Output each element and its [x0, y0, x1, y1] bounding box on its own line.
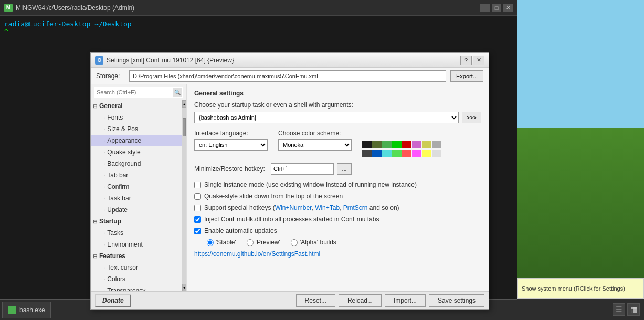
- color-scheme-label: Choose color scheme:: [278, 130, 352, 137]
- dialog-title: Settings [xml] ConEmu 191012 [64] {Previ…: [107, 57, 460, 64]
- sidebar-item-background[interactable]: Background: [91, 158, 182, 169]
- sidebar-item-text-cursor[interactable]: Text cursor: [91, 262, 182, 273]
- sidebar-item-colors[interactable]: Colors: [91, 273, 182, 285]
- scroll-thumb[interactable]: [183, 118, 186, 136]
- terminal-minimize-button[interactable]: ─: [480, 4, 490, 12]
- sidebar-scrollbar[interactable]: ▲ ▼: [182, 100, 186, 291]
- grid-view-icon[interactable]: ▦: [627, 303, 640, 316]
- swatch-15[interactable]: [422, 150, 431, 157]
- dialog-body: 🔍 ⊟ General Fonts Size & Pos Appearance …: [91, 84, 489, 291]
- sidebar-item-tab-bar[interactable]: Tab bar: [91, 169, 182, 181]
- quake-style-checkbox[interactable]: [194, 193, 201, 200]
- interface-lang-label: Interface language:: [194, 130, 268, 137]
- export-button[interactable]: Export...: [450, 70, 483, 82]
- inject-dll-checkbox[interactable]: [194, 216, 201, 223]
- swatch-10[interactable]: [372, 150, 382, 157]
- swatch-1[interactable]: [362, 141, 372, 148]
- hotkey-highlight-1: Win+Number: [275, 204, 312, 211]
- sidebar-item-update[interactable]: Update: [91, 204, 182, 216]
- interface-lang-group: Interface language: en: English: [194, 130, 268, 151]
- sidebar-item-features[interactable]: ⊟ Features: [91, 250, 182, 262]
- expand-icon-features: ⊟: [93, 253, 97, 259]
- terminal-prompt: radia@Lucifer-Desktop ~/Desktop: [4, 20, 132, 28]
- taskbar-bash-label: bash.exe: [19, 306, 45, 314]
- swatch-12[interactable]: [392, 150, 402, 157]
- swatch-16[interactable]: [432, 150, 441, 157]
- sidebar-item-fonts[interactable]: Fonts: [91, 112, 182, 123]
- swatch-6[interactable]: [412, 141, 421, 148]
- terminal-title: MINGW64:/c/Users/radia/Desktop (Admin): [16, 4, 480, 12]
- radio-preview-label: 'Preview': [256, 239, 280, 246]
- terminal-controls: ─ □ ✕: [480, 4, 513, 12]
- checkbox-quake-style-row: Quake-style slide down from the top of t…: [194, 193, 481, 200]
- radio-preview-row: 'Preview': [247, 239, 280, 246]
- hotkey-input[interactable]: [271, 163, 334, 175]
- auto-updates-checkbox[interactable]: [194, 228, 201, 234]
- donate-button[interactable]: Donate: [95, 294, 131, 307]
- sidebar-item-general[interactable]: ⊟ General: [91, 100, 182, 112]
- sidebar-item-tasks[interactable]: Tasks: [91, 227, 182, 239]
- radio-stable[interactable]: [207, 239, 214, 246]
- hotkey-highlight-3: PrntScrn: [343, 204, 368, 211]
- radio-preview[interactable]: [247, 239, 254, 246]
- swatch-5[interactable]: [402, 141, 411, 148]
- save-settings-button[interactable]: Save settings: [429, 294, 484, 307]
- color-scheme-select[interactable]: Monokai: [278, 139, 352, 151]
- special-hotkeys-checkbox[interactable]: [194, 205, 201, 211]
- swatch-7[interactable]: [422, 141, 431, 148]
- settings-fast-link[interactable]: https://conemu.github.io/en/SettingsFast…: [194, 250, 320, 258]
- sidebar-item-size-pos[interactable]: Size & Pos: [91, 123, 182, 135]
- startup-row: {bash::bash as Admin} >>>: [194, 112, 481, 123]
- scroll-down-button[interactable]: ▼: [182, 284, 186, 291]
- radio-section: 'Stable' 'Preview' 'Alpha' builds: [207, 239, 481, 246]
- radio-alpha-label: 'Alpha' builds: [300, 239, 336, 246]
- sidebar-item-task-bar[interactable]: Task bar: [91, 193, 182, 204]
- dialog-close-button[interactable]: ✕: [473, 56, 484, 65]
- search-input[interactable]: [94, 87, 183, 98]
- reset-button[interactable]: Reset...: [296, 294, 335, 307]
- swatch-8[interactable]: [432, 141, 441, 148]
- tooltip-text: Show system menu (RClick for Settings): [522, 285, 625, 292]
- taskbar-right: ☰ ▦: [517, 299, 644, 320]
- scroll-up-button[interactable]: ▲: [182, 100, 186, 108]
- single-instance-checkbox[interactable]: [194, 182, 201, 188]
- swatch-4[interactable]: [392, 141, 402, 148]
- dialog-controls: ? ✕: [460, 56, 484, 65]
- terminal-restore-button[interactable]: □: [492, 4, 501, 12]
- terminal-titlebar: M MINGW64:/c/Users/radia/Desktop (Admin)…: [0, 0, 517, 16]
- startup-arrow-button[interactable]: >>>: [462, 112, 481, 123]
- list-view-icon[interactable]: ☰: [613, 303, 625, 316]
- swatch-11[interactable]: [382, 150, 392, 157]
- sidebar-wrapper: 🔍 ⊟ General Fonts Size & Pos Appearance …: [91, 84, 187, 291]
- swatch-3[interactable]: [382, 141, 392, 148]
- dialog-footer: Donate Reset... Reload... Import... Save…: [91, 291, 489, 309]
- startup-task-select[interactable]: {bash::bash as Admin}: [194, 112, 459, 123]
- taskbar-bash-item[interactable]: bash.exe: [2, 302, 51, 318]
- sidebar-item-confirm[interactable]: Confirm: [91, 181, 182, 193]
- startup-description: Choose your startup task or even a shell…: [194, 101, 481, 109]
- sidebar-search-area: 🔍: [94, 87, 183, 98]
- swatch-row-1: [362, 141, 441, 148]
- reload-button[interactable]: Reload...: [339, 294, 382, 307]
- interface-lang-select[interactable]: en: English: [194, 139, 268, 151]
- checkbox-single-instance-row: Single instance mode (use existing windo…: [194, 181, 481, 188]
- radio-alpha[interactable]: [291, 239, 298, 246]
- swatch-13[interactable]: [402, 150, 411, 157]
- sidebar-item-transparency[interactable]: Transparency: [91, 285, 182, 291]
- sidebar-item-environment[interactable]: Environment: [91, 239, 182, 250]
- storage-path-input[interactable]: [129, 70, 446, 82]
- expand-icon-general: ⊟: [93, 103, 97, 109]
- swatch-2[interactable]: [372, 141, 382, 148]
- radio-alpha-row: 'Alpha' builds: [291, 239, 336, 246]
- sidebar-item-appearance[interactable]: Appearance: [91, 135, 182, 146]
- search-button[interactable]: 🔍: [173, 88, 182, 97]
- hotkey-highlight-2: Win+Tab: [315, 204, 340, 211]
- swatch-14[interactable]: [412, 150, 421, 157]
- sidebar-item-quake-style[interactable]: Quake style: [91, 146, 182, 158]
- import-button[interactable]: Import...: [385, 294, 426, 307]
- terminal-close-button[interactable]: ✕: [503, 4, 513, 12]
- sidebar-item-startup[interactable]: ⊟ Startup: [91, 216, 182, 227]
- dialog-help-button[interactable]: ?: [460, 56, 472, 65]
- hotkey-dots-button[interactable]: ...: [337, 163, 352, 175]
- swatch-9[interactable]: [362, 150, 372, 157]
